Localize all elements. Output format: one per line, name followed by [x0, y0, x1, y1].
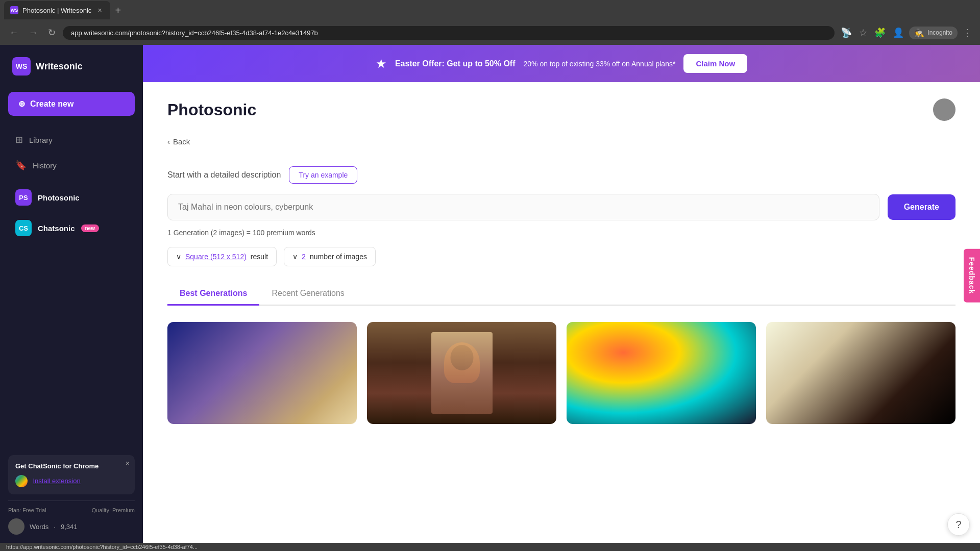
- new-badge: new: [81, 224, 99, 232]
- size-label: Square (512 x 512): [185, 253, 247, 261]
- chrome-logo-icon: [15, 475, 28, 487]
- dot-separator: ·: [54, 523, 56, 531]
- sidebar-item-photosonic[interactable]: PS Photosonic: [8, 183, 135, 212]
- bookmark-icon[interactable]: ☆: [857, 25, 869, 40]
- generation-info: 1 Generation (2 images) = 100 premium wo…: [167, 229, 955, 237]
- images-grid: [167, 322, 955, 424]
- promo-star-icon: ★: [376, 57, 387, 71]
- count-num: 2: [302, 253, 306, 261]
- count-dropdown[interactable]: ∨ 2 number of images: [284, 247, 376, 266]
- tab-close-button[interactable]: ×: [95, 5, 104, 15]
- page-title: Photosonic: [167, 101, 256, 119]
- browser-toolbar: ← → ↻ 📡 ☆ 🧩 👤 🕵️ Incognito ⋮: [0, 20, 980, 45]
- quality-label: Quality: Premium: [92, 507, 135, 513]
- new-tab-button[interactable]: +: [110, 5, 127, 16]
- address-bar[interactable]: [63, 26, 835, 40]
- photosonic-label: Photosonic: [38, 193, 80, 202]
- user-avatar[interactable]: [933, 98, 955, 121]
- chatsonic-label: Chatsonic: [38, 224, 75, 233]
- chevron-down-icon: ∨: [176, 253, 181, 261]
- profile-icon[interactable]: 👤: [891, 25, 906, 40]
- chrome-banner-close-button[interactable]: ×: [126, 459, 130, 467]
- incognito-badge: 🕵️ Incognito: [909, 27, 958, 39]
- library-label: Library: [29, 136, 53, 144]
- menu-icon[interactable]: ⋮: [961, 25, 974, 40]
- nav-back-button[interactable]: ←: [6, 26, 21, 40]
- back-link[interactable]: ‹ Back: [167, 137, 955, 146]
- status-url: https://app.writesonic.com/photosonic?hi…: [6, 544, 198, 550]
- logo: WS Writesonic: [8, 53, 135, 80]
- try-example-button[interactable]: Try an example: [289, 166, 357, 184]
- sidebar-item-history[interactable]: 🔖 History: [8, 154, 135, 177]
- help-button[interactable]: ?: [947, 513, 970, 536]
- user-avatar-small: [8, 518, 24, 535]
- image-card-4[interactable]: [766, 322, 955, 424]
- page-header: Photosonic: [167, 98, 955, 121]
- sidebar-item-chatsonic[interactable]: CS Chatsonic new: [8, 214, 135, 242]
- tabs-row: Best Generations Recent Generations: [167, 283, 955, 306]
- tab-recent-generations[interactable]: Recent Generations: [259, 283, 356, 306]
- create-new-button[interactable]: ⊕ Create new: [8, 92, 135, 116]
- browser-tabs: WS Photosonic | Writesonic × +: [0, 0, 980, 20]
- chrome-logo-row: Install extension: [15, 475, 128, 487]
- prompt-row: Generate: [167, 194, 955, 220]
- cast-icon[interactable]: 📡: [839, 25, 854, 40]
- size-result: result: [251, 253, 268, 261]
- status-bar: https://app.writesonic.com/photosonic?hi…: [0, 543, 980, 551]
- words-label: Words: [30, 523, 48, 531]
- promo-text: 20% on top of existing 33% off on Annual…: [524, 60, 676, 68]
- sidebar-footer: Plan: Free Trial Quality: Premium Words …: [8, 500, 135, 535]
- content-area: Photosonic ‹ Back Start with a detailed …: [143, 82, 980, 543]
- image-card-1[interactable]: [167, 322, 357, 424]
- sidebar-item-library[interactable]: ⊞ Library: [8, 128, 135, 152]
- browser-tab-active[interactable]: WS Photosonic | Writesonic ×: [4, 1, 110, 19]
- plan-info: Plan: Free Trial Quality: Premium: [8, 507, 135, 513]
- photosonic-icon: PS: [15, 189, 32, 206]
- back-label: Back: [173, 137, 190, 146]
- count-text: number of images: [310, 253, 367, 261]
- generate-button[interactable]: Generate: [888, 194, 955, 220]
- image-card-3[interactable]: [567, 322, 756, 424]
- chevron-down-icon-2: ∨: [292, 253, 298, 261]
- toolbar-icons: 📡 ☆ 🧩 👤 🕵️ Incognito ⋮: [839, 25, 974, 40]
- sidebar: WS Writesonic ⊕ Create new ⊞ Library 🔖 H…: [0, 45, 143, 543]
- tab-favicon: WS: [10, 6, 18, 14]
- promo-text-bold: Easter Offer: Get up to 50% Off: [395, 59, 516, 68]
- words-count: 9,341: [61, 523, 78, 531]
- tab-best-generations[interactable]: Best Generations: [167, 283, 259, 306]
- options-row: ∨ Square (512 x 512) result ∨ 2 number o…: [167, 247, 955, 266]
- plus-icon: ⊕: [18, 99, 25, 109]
- nav-refresh-button[interactable]: ↻: [45, 25, 59, 40]
- incognito-icon: 🕵️: [914, 28, 924, 38]
- logo-icon: WS: [12, 57, 31, 76]
- history-label: History: [33, 161, 57, 170]
- incognito-label: Incognito: [927, 29, 952, 36]
- app: WS Writesonic ⊕ Create new ⊞ Library 🔖 H…: [0, 45, 980, 543]
- chrome-banner-title: Get ChatSonic for Chrome: [15, 462, 128, 470]
- history-icon: 🔖: [15, 160, 27, 171]
- sidebar-nav: ⊞ Library 🔖 History PS Photosonic CS Cha…: [8, 128, 135, 449]
- main-content: ★ Easter Offer: Get up to 50% Off 20% on…: [143, 45, 980, 543]
- image-card-2[interactable]: [367, 322, 556, 424]
- library-icon: ⊞: [15, 134, 23, 145]
- chrome-extension-banner: × Get ChatSonic for Chrome Install exten…: [8, 455, 135, 494]
- feedback-tab[interactable]: Feedback: [964, 249, 980, 303]
- tab-title: Photosonic | Writesonic: [22, 7, 91, 14]
- prompt-input[interactable]: [167, 194, 879, 220]
- nav-forward-button[interactable]: →: [26, 26, 41, 40]
- words-info: Words · 9,341: [8, 518, 135, 535]
- install-extension-link[interactable]: Install extension: [33, 477, 80, 485]
- plan-label: Plan: Free Trial: [8, 507, 46, 513]
- chevron-left-icon: ‹: [167, 137, 170, 146]
- promo-banner: ★ Easter Offer: Get up to 50% Off 20% on…: [143, 45, 980, 82]
- description-row: Start with a detailed description Try an…: [167, 166, 955, 184]
- create-new-label: Create new: [30, 99, 74, 109]
- claim-now-button[interactable]: Claim Now: [683, 54, 747, 73]
- logo-text: Writesonic: [36, 61, 83, 72]
- chatsonic-icon: CS: [15, 220, 32, 236]
- extensions-icon[interactable]: 🧩: [872, 25, 888, 40]
- browser-chrome: WS Photosonic | Writesonic × + ← → ↻ 📡 ☆…: [0, 0, 980, 45]
- description-label: Start with a detailed description: [167, 170, 281, 180]
- size-dropdown[interactable]: ∨ Square (512 x 512) result: [167, 247, 277, 266]
